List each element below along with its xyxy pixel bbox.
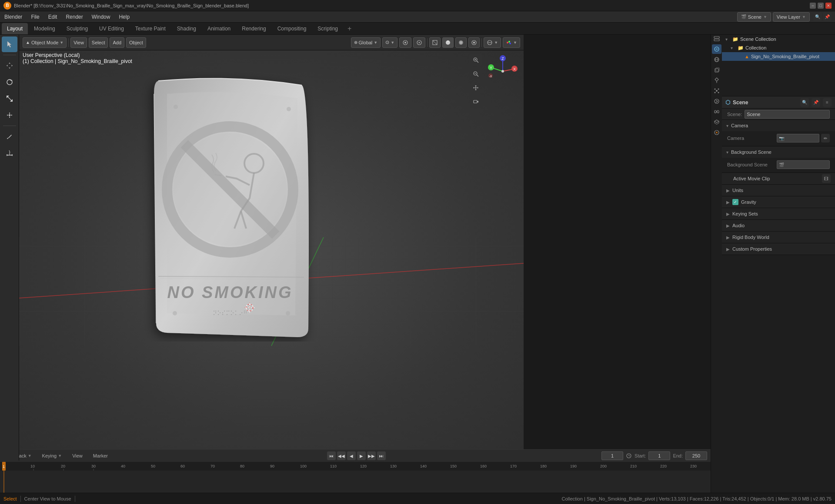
viewport-zoom-out[interactable] [470,68,482,80]
custom-props-header[interactable]: ▶ Custom Properties [722,243,835,255]
overlays-button[interactable]: ▼ [484,37,501,48]
pin-icon-top[interactable]: 📌 [823,13,832,21]
wireframe-shading[interactable] [429,37,441,48]
svg-text:40: 40 [121,464,125,468]
tab-sculpting[interactable]: Sculpting [61,23,93,34]
start-frame-display[interactable]: 1 [648,451,670,460]
tl-step-forward[interactable]: ▶▶ [367,451,376,460]
prop-icon-constraints[interactable] [712,107,721,116]
prop-icon-physics[interactable] [712,96,721,106]
viewport-zoom-in[interactable] [470,54,482,66]
tab-shading[interactable]: Shading [172,23,201,34]
scene-prop-search[interactable]: 🔍 [800,98,809,107]
scene-selector[interactable]: 🎬 Scene ▼ [737,12,771,22]
view-gizmo[interactable]: X Y Z -X [485,54,520,89]
outliner-item-sign-pivot[interactable]: ▲ Sign_No_Smoking_Braille_pivot [722,52,835,61]
menu-window[interactable]: Window [87,11,115,22]
outliner-item-scene-collection[interactable]: ▾ 📁 Scene Collection [722,35,835,43]
tab-animation[interactable]: Animation [202,23,236,34]
prop-icon-world[interactable] [712,55,721,64]
gizmos-button[interactable]: ▼ [503,37,520,48]
pivot-dropdown[interactable]: ⊙ ▼ [382,37,397,48]
tab-uv-editing[interactable]: UV Editing [94,23,129,34]
scene-name-field[interactable]: Scene [745,110,830,119]
tool-transform[interactable] [2,107,17,123]
menu-file[interactable]: File [27,11,43,22]
end-frame-display[interactable]: 250 [685,451,707,460]
viewport-move[interactable] [470,82,482,94]
tool-measure[interactable] [2,145,17,161]
audio-header[interactable]: ▶ Audio [722,220,835,231]
menu-edit[interactable]: Edit [44,11,62,22]
timeline-content[interactable]: 1 10 20 30 40 50 60 70 80 90 100 110 120… [0,462,711,493]
minimize-button[interactable]: – [810,3,816,9]
tl-step-back[interactable]: ◀ [347,451,356,460]
tab-layout[interactable]: Layout [2,23,28,34]
tl-keying-menu[interactable]: Keying ▼ [39,452,66,459]
keying-sets-header[interactable]: ▶ Keying Sets [722,208,835,219]
camera-edit-btn[interactable]: ✏ [821,134,830,143]
snap-toggle[interactable] [399,37,411,48]
proportional-toggle[interactable] [413,37,425,48]
scene-prop-pin[interactable]: 📌 [812,98,820,107]
menu-help[interactable]: Help [114,11,134,22]
mode-dropdown[interactable]: ▲ Object Mode ▼ [23,37,67,48]
maximize-button[interactable]: □ [818,3,824,9]
snap-icon [402,40,408,46]
tl-view-menu[interactable]: View [69,452,86,459]
bg-scene-header[interactable]: ▾ Background Scene [722,146,835,158]
bg-scene-field[interactable]: 🎬 [777,160,830,169]
search-icon-top[interactable]: 🔍 [813,13,822,21]
view-menu[interactable]: View [70,37,87,48]
add-menu[interactable]: Add [110,37,124,48]
svg-rect-82 [715,110,716,113]
svg-rect-62 [474,100,477,103]
solid-shading[interactable] [442,37,454,48]
tab-texture-paint[interactable]: Texture Paint [130,23,171,34]
camera-field[interactable]: 📷 [777,134,819,143]
tool-cursor[interactable] [2,36,17,52]
scene-prop-options[interactable]: ≡ [823,98,832,107]
svg-text:Z: Z [501,56,504,61]
tl-jump-start[interactable]: ⏮ [327,451,336,460]
gravity-header[interactable]: ▶ ✓ Gravity [722,196,835,208]
close-button[interactable]: ✕ [825,3,832,9]
camera-section-header[interactable]: ▾ Camera [722,120,835,131]
menu-blender[interactable]: Blender [0,11,27,22]
menu-render[interactable]: Render [61,11,87,22]
tab-rendering[interactable]: Rendering [237,23,271,34]
tl-jump-end[interactable]: ⏭ [377,451,386,460]
tl-jump-back[interactable]: ◀◀ [337,451,346,460]
select-menu[interactable]: Select [89,37,108,48]
prop-icon-modifier[interactable] [712,76,721,85]
tool-move[interactable] [2,58,17,73]
tab-modeling[interactable]: Modeling [29,23,60,34]
prop-icon-particles[interactable] [712,86,721,96]
rendered-shading[interactable] [468,37,480,48]
tl-play[interactable]: ▶ [357,451,366,460]
outliner-item-collection[interactable]: ▾ 📁 Collection [722,43,835,52]
tool-rotate[interactable] [2,74,17,90]
rigid-body-header[interactable]: ▶ Rigid Body World [722,232,835,243]
current-frame-display[interactable]: 1 [601,451,623,460]
material-shading[interactable] [455,37,467,48]
prop-icon-view-layer[interactable] [712,34,721,43]
viewport-camera[interactable] [470,96,482,108]
prop-icon-data[interactable] [712,117,721,127]
viewport[interactable]: User Perspective (Local) (1) Collection … [19,50,524,461]
units-header[interactable]: ▶ Units [722,185,835,196]
tool-annotate[interactable] [2,129,17,144]
tool-scale[interactable] [2,91,17,106]
view-layer-selector[interactable]: View Layer ▼ [773,12,810,22]
tab-scripting[interactable]: Scripting [312,23,343,34]
global-transform-dropdown[interactable]: ⊕ Global ▼ [351,37,381,48]
object-menu[interactable]: Object [126,37,146,48]
prop-icon-scene[interactable] [712,44,721,54]
prop-icon-material[interactable] [712,128,721,137]
tab-compositing[interactable]: Compositing [272,23,312,34]
prop-icon-object[interactable] [712,65,721,75]
sign-svg: NO SMOKING ⠝⠕⠎⠍⠕⠅⠔⠛ [128,72,337,342]
gravity-checkbox[interactable]: ✓ [732,199,738,205]
add-workspace-button[interactable]: + [344,23,355,34]
tl-marker-menu[interactable]: Marker [90,452,111,459]
